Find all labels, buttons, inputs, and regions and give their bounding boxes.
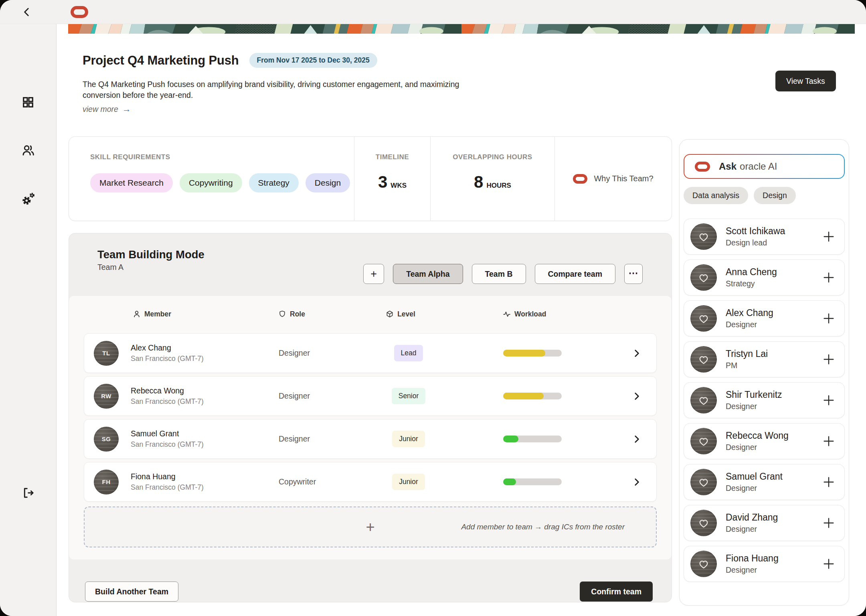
sidebar-item-settings[interactable]: [19, 190, 37, 208]
column-header-member: Member: [133, 310, 268, 318]
member-name: Samuel Grant: [131, 429, 269, 438]
add-person-button[interactable]: [819, 432, 838, 450]
tab-team-b[interactable]: Team B: [472, 264, 526, 284]
add-person-button[interactable]: [819, 473, 838, 491]
sidebar-item-logout[interactable]: [19, 484, 37, 502]
roster-panel: Askoracle AI Data analysis Design Scott …: [679, 139, 849, 606]
sidebar-item-dashboard[interactable]: [19, 93, 37, 111]
oracle-logo-icon: [71, 6, 88, 18]
roster-person-card[interactable]: Tristyn LaiPM: [684, 341, 845, 377]
tab-team-alpha[interactable]: Team Alpha: [393, 264, 463, 284]
heart-icon: [698, 517, 710, 529]
add-person-button[interactable]: [819, 227, 838, 246]
skill-tag: Strategy: [249, 173, 299, 192]
sidebar-item-people[interactable]: [19, 142, 37, 159]
heart-icon: [698, 395, 710, 406]
overlapping-hours-stat: OVERLAPPING HOURS 8HOURS: [430, 137, 554, 221]
project-header: Project Q4 Marketing Push From Nov 17 20…: [83, 53, 604, 114]
roster-person-card[interactable]: Rebecca WongDesigner: [684, 423, 845, 459]
roster-person-card[interactable]: Anna ChengStrategy: [684, 259, 845, 296]
plus-icon[interactable]: +: [366, 519, 374, 535]
overlapping-hours-unit: HOURS: [486, 182, 511, 189]
person-name: David Zhang: [726, 512, 778, 523]
main-content: Project Q4 Marketing Push From Nov 17 20…: [57, 24, 866, 616]
grid-icon: [22, 96, 34, 109]
heart-icon: [698, 476, 710, 488]
avatar: [690, 551, 717, 577]
member-location: San Francisco (GMT-7): [131, 483, 269, 492]
confirm-team-button[interactable]: Confirm team: [580, 582, 653, 602]
team-building-card: Team Building Mode Team A + Team Alpha T…: [69, 233, 672, 602]
person-name: Alex Chang: [726, 308, 773, 318]
filter-design[interactable]: Design: [754, 187, 796, 204]
add-person-button[interactable]: [819, 350, 838, 369]
page-title: Project Q4 Marketing Push: [83, 53, 239, 68]
table-row[interactable]: SG Samuel Grant San Francisco (GMT-7) De…: [84, 419, 657, 459]
team-toolbar: + Team Alpha Team B Compare team ⋯: [363, 264, 643, 284]
badge-icon: [278, 310, 286, 318]
add-person-button[interactable]: [819, 391, 838, 409]
plus-icon: [822, 353, 836, 366]
roster-person-card[interactable]: Fiona HuangDesigner: [684, 546, 845, 582]
users-icon: [22, 144, 34, 157]
workload-fill: [503, 436, 518, 442]
person-name: Rebecca Wong: [726, 430, 789, 441]
view-tasks-button[interactable]: View Tasks: [775, 71, 836, 91]
add-person-button[interactable]: [819, 309, 838, 328]
add-member-dropzone[interactable]: + Add member to team → drag ICs from the…: [84, 507, 657, 547]
chevron-right-icon[interactable]: [631, 477, 642, 487]
oracle-logo-icon: [573, 174, 587, 184]
avatar-initials: SG: [102, 436, 111, 442]
roster-person-card[interactable]: Scott IchikawaDesign lead: [684, 219, 845, 255]
person-role: Designer: [726, 443, 789, 452]
chevron-right-icon[interactable]: [631, 348, 642, 359]
level-badge: Junior: [392, 474, 425, 490]
workload-bar: [503, 350, 562, 357]
chevron-right-icon[interactable]: [631, 434, 642, 444]
gears-icon: [21, 192, 35, 206]
gem-icon: [386, 310, 394, 318]
skill-tag: Copywriting: [180, 173, 242, 192]
avatar-initials: TL: [102, 350, 110, 357]
member-name: Alex Chang: [131, 343, 269, 353]
member-name: Fiona Huang: [131, 472, 269, 481]
chevron-right-icon[interactable]: [631, 391, 642, 401]
roster-person-card[interactable]: Alex ChangDesigner: [684, 300, 845, 336]
roster-person-card[interactable]: David ZhangDesigner: [684, 505, 845, 541]
compare-team-button[interactable]: Compare team: [535, 264, 615, 284]
why-this-team-button[interactable]: Why This Team?: [554, 137, 672, 221]
ask-oracle-ai-input[interactable]: Askoracle AI: [684, 154, 845, 179]
more-options-button[interactable]: ⋯: [624, 264, 643, 284]
filter-data-analysis[interactable]: Data analysis: [684, 187, 748, 204]
table-header-row: Member Role Level Workload: [84, 308, 657, 324]
person-role: Designer: [726, 484, 783, 493]
avatar-initials: FH: [102, 478, 111, 485]
avatar: FH: [94, 470, 119, 494]
add-person-button[interactable]: [819, 514, 838, 532]
avatar: SG: [94, 427, 119, 452]
skill-requirements-card: SKILL REQUIREMENTS Market Research Copyw…: [69, 136, 672, 221]
table-row[interactable]: RW Rebecca Wong San Francisco (GMT-7) De…: [84, 376, 657, 416]
plus-icon: [822, 475, 836, 489]
app-window: Project Q4 Marketing Push From Nov 17 20…: [0, 0, 866, 616]
roster-person-card[interactable]: Samuel GrantDesigner: [684, 464, 845, 500]
back-button[interactable]: [19, 4, 34, 20]
build-another-team-button[interactable]: Build Another Team: [85, 582, 178, 602]
person-name: Fiona Huang: [726, 553, 779, 564]
person-name: Anna Cheng: [726, 267, 777, 278]
person-role: Designer: [726, 565, 779, 575]
team-member-rows: TL Alex Chang San Francisco (GMT-7) Desi…: [84, 333, 657, 502]
add-person-button[interactable]: [819, 555, 838, 573]
member-name: Rebecca Wong: [131, 386, 269, 395]
view-more-link[interactable]: view more →: [83, 104, 131, 114]
add-team-button[interactable]: +: [363, 264, 384, 284]
add-person-button[interactable]: [819, 268, 838, 287]
view-more-label: view more: [83, 105, 118, 114]
heart-icon: [698, 231, 710, 242]
person-role: PM: [726, 361, 768, 370]
heart-icon: [698, 313, 710, 324]
roster-person-card[interactable]: Shir TurkenitzDesigner: [684, 382, 845, 418]
member-location: San Francisco (GMT-7): [131, 397, 269, 406]
table-row[interactable]: TL Alex Chang San Francisco (GMT-7) Desi…: [84, 333, 657, 373]
table-row[interactable]: FH Fiona Huang San Francisco (GMT-7) Cop…: [84, 462, 657, 502]
